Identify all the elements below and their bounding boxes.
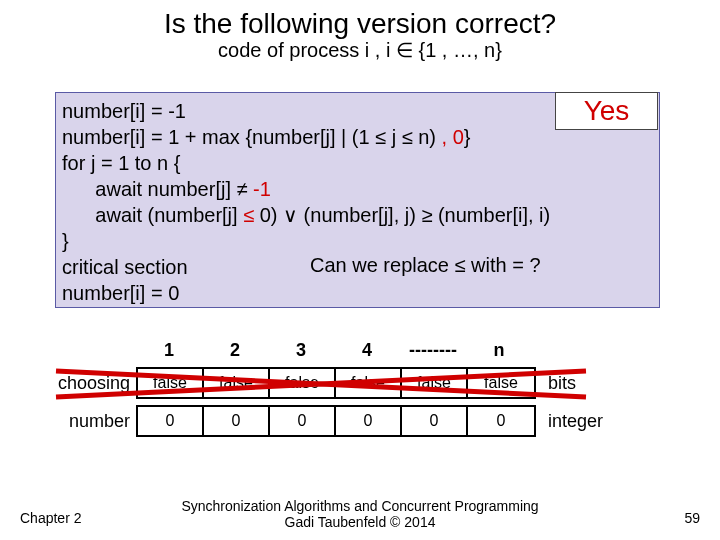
code-line-1: number[i] = -1: [62, 100, 186, 122]
number-cells: 0 0 0 0 0 0: [136, 405, 536, 437]
choosing-cell: false: [204, 369, 270, 397]
choosing-row: choosing false false false false false f…: [46, 367, 674, 399]
choosing-type: bits: [548, 373, 576, 394]
code-line-2a: number[i] = 1 + max {number[j] | (1 ≤ j …: [62, 126, 436, 148]
array-headers: 1 2 3 4 -------- n: [136, 340, 674, 361]
code-line-7: critical section: [62, 256, 188, 278]
choosing-cell: false: [336, 369, 402, 397]
code-line-5a: await (number[j]: [62, 204, 243, 226]
code-line-8: number[i] = 0: [62, 282, 179, 304]
code-line-5b: ≤: [243, 204, 254, 226]
number-cell: 0: [204, 407, 270, 435]
number-cell: 0: [138, 407, 204, 435]
number-cell: 0: [270, 407, 336, 435]
header-n: n: [466, 340, 532, 361]
header-1: 1: [136, 340, 202, 361]
code-line-4a: await number[j] ≠: [62, 178, 253, 200]
footer-center: Synchronization Algorithms and Concurren…: [0, 498, 720, 530]
choosing-cell: false: [138, 369, 204, 397]
header-2: 2: [202, 340, 268, 361]
code-line-5c: 0) ∨ (number[j], j) ≥ (number[i], i): [254, 204, 550, 226]
number-cell: 0: [336, 407, 402, 435]
replace-question: Can we replace ≤ with = ?: [310, 254, 541, 277]
choosing-cells: false false false false false false: [136, 367, 536, 399]
code-line-4b: -1: [253, 178, 271, 200]
slide-subtitle: code of process i , i ∈ {1 , …, n}: [0, 38, 720, 62]
choosing-cell: false: [402, 369, 468, 397]
choosing-cell: false: [468, 369, 534, 397]
header-dots: --------: [400, 340, 466, 361]
number-row: number 0 0 0 0 0 0 integer: [46, 405, 674, 437]
choosing-cell: false: [270, 369, 336, 397]
code-line-2b: , 0: [436, 126, 464, 148]
array-area: 1 2 3 4 -------- n choosing false false …: [46, 340, 674, 437]
code-line-6: }: [62, 230, 69, 252]
header-4: 4: [334, 340, 400, 361]
choosing-label: choosing: [46, 373, 136, 394]
header-3: 3: [268, 340, 334, 361]
footer-line2: Gadi Taubenfeld © 2014: [285, 514, 436, 530]
code-line-3: for j = 1 to n {: [62, 152, 180, 174]
footer-line1: Synchronization Algorithms and Concurren…: [181, 498, 538, 514]
number-cell: 0: [468, 407, 534, 435]
slide-title: Is the following version correct?: [0, 8, 720, 40]
number-label: number: [46, 411, 136, 432]
number-type: integer: [548, 411, 603, 432]
answer-box: Yes: [555, 92, 658, 130]
footer-page: 59: [684, 510, 700, 526]
code-line-2c: }: [464, 126, 471, 148]
number-cell: 0: [402, 407, 468, 435]
